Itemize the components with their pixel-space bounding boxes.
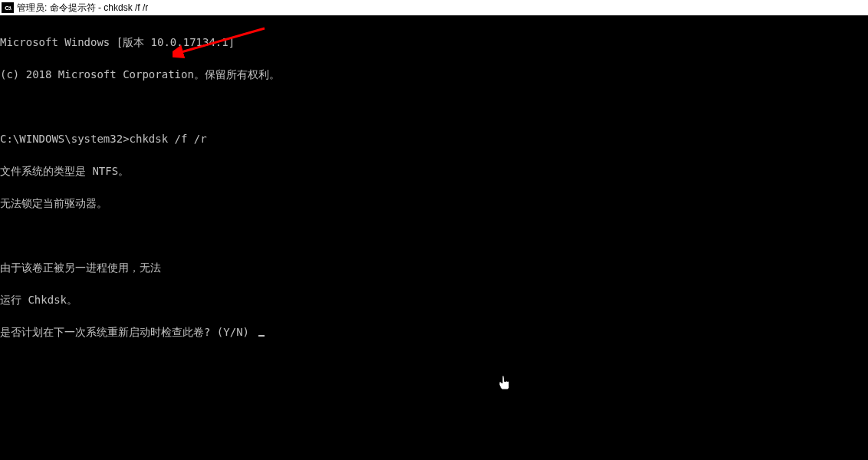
terminal-line <box>0 230 868 241</box>
cmd-icon: C:\ <box>2 2 14 13</box>
terminal-line: 文件系统的类型是 NTFS。 <box>0 166 868 176</box>
terminal-line: (c) 2018 Microsoft Corporation。保留所有权利。 <box>0 69 868 80</box>
terminal-line <box>0 101 868 112</box>
terminal-line-command: C:\WINDOWS\system32>chkdsk /f /r <box>0 133 868 144</box>
terminal-line: 运行 Chkdsk。 <box>0 294 868 305</box>
hand-cursor-icon <box>497 374 512 393</box>
cursor <box>258 335 265 337</box>
terminal-line: 无法锁定当前驱动器。 <box>0 198 868 209</box>
terminal-line: 由于该卷正被另一进程使用，无法 <box>0 262 868 273</box>
terminal-output[interactable]: Microsoft Windows [版本 10.0.17134.1] (c) … <box>0 15 868 348</box>
terminal-line: Microsoft Windows [版本 10.0.17134.1] <box>0 37 868 48</box>
window-title: 管理员: 命令提示符 - chkdsk /f /r <box>17 2 148 15</box>
titlebar[interactable]: C:\ 管理员: 命令提示符 - chkdsk /f /r <box>0 0 868 15</box>
terminal-line-prompt: 是否计划在下一次系统重新启动时检查此卷? (Y/N) <box>0 327 868 337</box>
